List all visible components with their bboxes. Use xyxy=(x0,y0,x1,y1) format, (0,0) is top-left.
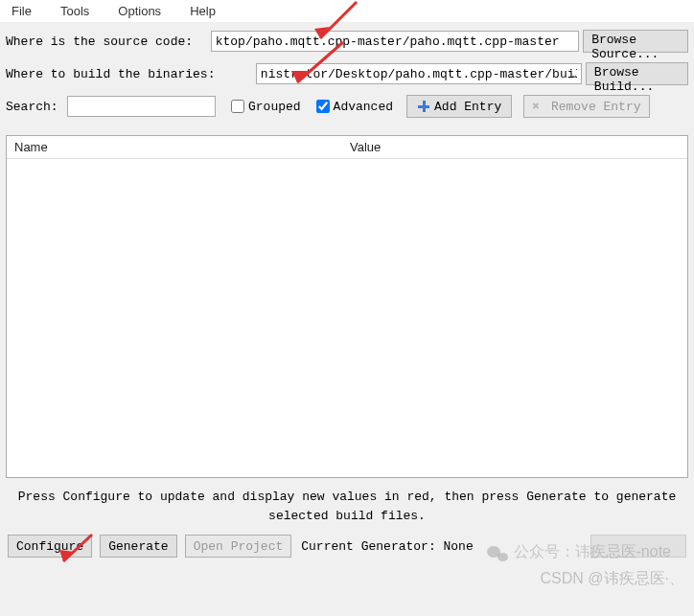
search-input[interactable] xyxy=(67,96,216,117)
grouped-checkbox[interactable]: Grouped xyxy=(231,100,301,114)
build-label: Where to build the binaries: xyxy=(6,67,252,81)
advanced-checkbox-input[interactable] xyxy=(316,100,330,113)
properties-table[interactable]: Name Value xyxy=(6,135,688,478)
menu-file[interactable]: File xyxy=(6,2,37,20)
wechat-icon xyxy=(487,544,508,561)
top-section: Where is the source code: Browse Source.… xyxy=(0,22,694,131)
build-input[interactable] xyxy=(256,63,582,84)
hint-text: Press Configure to update and display ne… xyxy=(0,482,694,531)
configure-button[interactable]: Configure xyxy=(8,535,92,558)
menu-help[interactable]: Help xyxy=(184,2,221,20)
hint-line2: selected build files. xyxy=(10,507,684,526)
browse-build-button[interactable]: Browse Build... xyxy=(586,62,688,85)
watermark-text-1: 公众号：讳疾忌医-note xyxy=(514,542,671,562)
generate-button[interactable]: Generate xyxy=(100,535,176,558)
generator-label: Current Generator: None xyxy=(301,539,473,554)
add-entry-button[interactable]: Add Entry xyxy=(406,95,512,118)
column-name[interactable]: Name xyxy=(7,136,342,158)
grouped-label: Grouped xyxy=(248,100,301,114)
grouped-checkbox-input[interactable] xyxy=(231,100,244,113)
menu-tools[interactable]: Tools xyxy=(55,2,95,20)
menu-options[interactable]: Options xyxy=(112,2,167,20)
hint-line1: Press Configure to update and display ne… xyxy=(10,488,684,507)
source-label: Where is the source code: xyxy=(6,34,207,49)
remove-entry-label: Remove Entry xyxy=(551,100,641,114)
remove-entry-button: ✖ Remove Entry xyxy=(523,95,649,118)
menu-bar: File Tools Options Help xyxy=(0,0,694,22)
browse-source-button[interactable]: Browse Source... xyxy=(583,30,688,53)
table-header: Name Value xyxy=(7,136,687,159)
watermark-wechat: 公众号：讳疾忌医-note xyxy=(487,542,671,562)
advanced-checkbox[interactable]: Advanced xyxy=(316,100,393,114)
open-project-button: Open Project xyxy=(185,535,292,558)
search-label: Search: xyxy=(6,100,63,114)
source-input[interactable] xyxy=(211,31,579,52)
advanced-label: Advanced xyxy=(334,100,393,114)
x-icon: ✖ xyxy=(532,100,540,114)
plus-icon xyxy=(417,100,430,113)
watermark-csdn: CSDN @讳疾忌医·、 xyxy=(541,569,684,589)
column-value[interactable]: Value xyxy=(342,136,687,158)
add-entry-label: Add Entry xyxy=(434,100,501,114)
